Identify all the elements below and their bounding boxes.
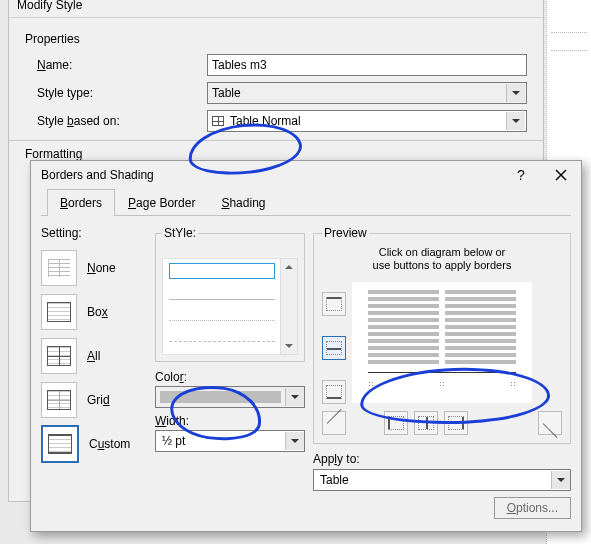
- chevron-down-icon: [506, 84, 525, 102]
- setting-all[interactable]: All: [41, 334, 147, 378]
- line-style-option[interactable]: [169, 304, 275, 321]
- preview-left-border-button[interactable]: [384, 411, 408, 435]
- line-style-option[interactable]: [169, 325, 275, 342]
- width-label: Width:: [155, 414, 305, 428]
- preview-diag-down-button[interactable]: [322, 411, 346, 435]
- preview-legend: Preview: [322, 226, 369, 240]
- preview-right-border-button[interactable]: [444, 411, 468, 435]
- properties-header: Properties: [25, 32, 527, 46]
- preview-bottom-border-button[interactable]: [322, 380, 346, 404]
- scroll-down-icon[interactable]: [281, 338, 297, 354]
- setting-box[interactable]: Box: [41, 290, 147, 334]
- help-button[interactable]: ?: [501, 161, 541, 189]
- setting-grid[interactable]: Grid: [41, 378, 147, 422]
- style-type-label: Style type:: [25, 86, 207, 100]
- chevron-down-icon: [285, 432, 304, 450]
- borders-shading-title: Borders and Shading: [41, 168, 501, 182]
- setting-custom[interactable]: Custom: [41, 422, 147, 466]
- scroll-up-icon[interactable]: [281, 259, 297, 275]
- line-style-option[interactable]: [169, 283, 275, 300]
- formatting-header: Formatting: [25, 147, 527, 161]
- setting-all-icon: [47, 346, 71, 366]
- modify-style-title: Modify Style: [9, 0, 543, 18]
- tab-shading[interactable]: Shading: [208, 189, 278, 216]
- apply-to-label: Apply to:: [313, 452, 571, 466]
- preview-group: Preview Click on diagram below or use bu…: [313, 226, 571, 444]
- name-label: Name:: [25, 58, 207, 72]
- preview-hint: Click on diagram below or use buttons to…: [322, 246, 562, 272]
- chevron-down-icon: [285, 388, 304, 406]
- borders-shading-dialog: Borders and Shading ? Borders Page Borde…: [30, 160, 582, 532]
- preview-inside-v-border-button[interactable]: [414, 411, 438, 435]
- preview-inside-h-border-button[interactable]: [322, 336, 346, 360]
- table-icon: [212, 116, 224, 126]
- chevron-down-icon: [551, 471, 570, 489]
- line-style-list[interactable]: [162, 258, 282, 355]
- color-label: Color:: [155, 370, 305, 384]
- preview-diag-up-button[interactable]: [538, 411, 562, 435]
- name-input[interactable]: [207, 54, 527, 76]
- style-scrollbar[interactable]: [280, 258, 298, 355]
- close-button[interactable]: [541, 161, 581, 189]
- style-header: StYle:: [162, 226, 198, 240]
- tab-strip: Borders Page Border Shading: [41, 189, 571, 216]
- chevron-down-icon: [506, 112, 525, 130]
- based-on-label: Style based on:: [25, 114, 207, 128]
- line-style-option[interactable]: [169, 263, 275, 279]
- setting-none-icon: [48, 259, 70, 277]
- style-type-combo[interactable]: Table: [207, 82, 527, 104]
- preview-diagram[interactable]: [352, 282, 532, 403]
- diagonal-icon: [543, 416, 557, 430]
- preview-top-border-button[interactable]: [322, 292, 346, 316]
- width-combo[interactable]: ½ pt: [155, 430, 305, 452]
- color-combo[interactable]: [155, 386, 305, 408]
- based-on-combo[interactable]: Table Normal: [207, 110, 527, 132]
- setting-custom-icon: [48, 434, 72, 454]
- style-group: StYle:: [155, 226, 305, 362]
- tab-borders[interactable]: Borders: [47, 189, 115, 216]
- diagonal-icon: [327, 416, 341, 430]
- setting-box-icon: [47, 302, 71, 322]
- color-swatch: [160, 391, 281, 403]
- tab-page-border[interactable]: Page Border: [115, 189, 208, 216]
- options-button[interactable]: Options...: [494, 497, 571, 519]
- apply-to-combo[interactable]: Table: [313, 469, 571, 491]
- setting-none[interactable]: None: [41, 246, 147, 290]
- setting-grid-icon: [47, 390, 71, 410]
- close-icon: [555, 169, 567, 181]
- setting-header: Setting:: [41, 226, 147, 240]
- line-style-option[interactable]: [169, 346, 275, 355]
